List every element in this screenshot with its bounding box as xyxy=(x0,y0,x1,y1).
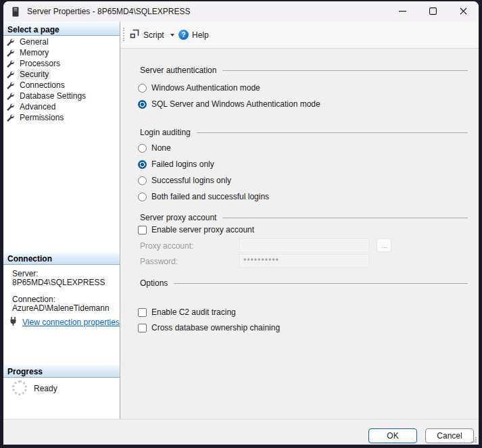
view-connection-properties-link[interactable]: View connection properties xyxy=(22,318,120,327)
help-button[interactable]: ? Help xyxy=(176,27,212,43)
maximize-button[interactable] xyxy=(418,1,448,22)
browse-button: ... xyxy=(377,239,391,252)
server-proxy-account-group: Server proxy account xyxy=(140,212,468,222)
checkbox-icon xyxy=(138,324,147,332)
password-input xyxy=(240,255,368,267)
group-rule xyxy=(222,218,468,218)
radio-label: None xyxy=(151,143,171,153)
chevron-down-icon xyxy=(170,34,174,36)
radio-icon xyxy=(138,84,147,93)
cancel-button[interactable]: Cancel xyxy=(425,428,474,443)
sidebar-item-connections[interactable]: Connections xyxy=(6,80,67,91)
group-rule xyxy=(222,70,468,71)
toolbar: Script ? Help xyxy=(120,22,479,48)
sidebar-item-label: General xyxy=(18,36,51,47)
sidebar-item-database-settings[interactable]: Database Settings xyxy=(6,91,88,101)
connection-label: Connection: xyxy=(12,295,55,304)
sidebar-item-label: Database Settings xyxy=(18,91,88,101)
checkbox-cross-database-ownership-chaining[interactable]: Cross database ownership chaining xyxy=(138,322,280,333)
script-label: Script xyxy=(143,30,164,40)
checkbox-label: Enable C2 audit tracing xyxy=(151,307,236,317)
sidebar-item-label: Memory xyxy=(18,47,51,58)
sidebar-item-memory[interactable]: Memory xyxy=(6,47,51,58)
wrench-icon xyxy=(6,70,14,78)
checkbox-icon xyxy=(138,308,147,317)
progress-status: Ready xyxy=(34,384,57,393)
wrench-icon xyxy=(6,103,14,111)
connection-header: Connection xyxy=(3,252,120,265)
radio-icon-checked xyxy=(138,160,147,169)
wrench-icon xyxy=(6,92,14,100)
dialog-body: Select a page General Memory Processors … xyxy=(3,22,479,419)
wrench-icon xyxy=(6,49,14,57)
close-button[interactable] xyxy=(448,1,479,22)
radio-label: SQL Server and Windows Authentication mo… xyxy=(151,99,320,109)
group-title: Options xyxy=(140,278,168,288)
wrench-icon xyxy=(6,81,14,89)
group-title: Server authentication xyxy=(140,66,216,75)
sidebar-item-security[interactable]: Security xyxy=(6,69,51,80)
radio-sql-and-windows-authentication-mode[interactable]: SQL Server and Windows Authentication mo… xyxy=(138,99,320,109)
radio-label: Successful logins only xyxy=(151,176,231,185)
sidebar-item-permissions[interactable]: Permissions xyxy=(6,112,66,123)
group-rule xyxy=(174,283,468,284)
server-value: 8P65MD4\SQLEXPRESS xyxy=(12,278,105,287)
minimize-button[interactable] xyxy=(387,1,418,22)
radio-icon xyxy=(138,176,147,185)
window-title: Server Properties - 8P65MD4\SQLEXPRESS xyxy=(27,7,190,16)
view-connection-properties-row: View connection properties xyxy=(9,316,120,328)
radio-none[interactable]: None xyxy=(138,143,171,153)
sidebar-item-label: Permissions xyxy=(18,112,66,123)
server-properties-window: Server Properties - 8P65MD4\SQLEXPRESS S… xyxy=(3,1,479,445)
script-icon xyxy=(129,28,140,41)
sidebar-item-label: Security xyxy=(18,69,51,80)
sidebar-item-label: Connections xyxy=(18,80,67,91)
wrench-icon xyxy=(6,59,14,68)
radio-icon xyxy=(138,193,147,201)
help-question-icon: ? xyxy=(178,30,189,40)
select-a-page-header: Select a page xyxy=(3,23,120,36)
titlebar[interactable]: Server Properties - 8P65MD4\SQLEXPRESS xyxy=(3,1,479,22)
wrench-icon xyxy=(6,114,14,122)
checkbox-label: Enable server proxy account xyxy=(151,225,254,234)
checkbox-icon xyxy=(138,226,147,234)
radio-windows-authentication-mode[interactable]: Windows Authentication mode xyxy=(138,82,260,93)
proxy-account-row: Proxy account: ... xyxy=(120,239,479,253)
window-controls xyxy=(387,1,479,22)
script-button[interactable]: Script xyxy=(126,27,177,43)
progress-header: Progress xyxy=(3,365,120,378)
ok-button[interactable]: OK xyxy=(368,428,417,443)
radio-successful-logins-only[interactable]: Successful logins only xyxy=(138,175,231,186)
checkbox-enable-server-proxy-account[interactable]: Enable server proxy account xyxy=(138,224,254,235)
maximize-icon xyxy=(429,7,437,17)
proxy-account-label: Proxy account: xyxy=(140,241,193,251)
radio-icon xyxy=(138,144,147,153)
wrench-icon xyxy=(6,38,14,46)
password-label: Password: xyxy=(140,257,178,266)
radio-both-failed-and-successful-logins[interactable]: Both failed and successful logins xyxy=(138,191,269,202)
group-title: Login auditing xyxy=(140,128,191,137)
resize-grip[interactable] xyxy=(470,436,477,443)
server-authentication-group: Server authentication xyxy=(140,65,468,75)
sidebar-item-processors[interactable]: Processors xyxy=(6,58,62,69)
plug-icon xyxy=(9,316,18,328)
minimize-icon xyxy=(399,7,406,17)
sidebar-item-label: Advanced xyxy=(18,101,57,112)
sidebar-item-general[interactable]: General xyxy=(6,36,51,47)
checkbox-enable-c2-audit-tracing[interactable]: Enable C2 audit tracing xyxy=(138,307,236,318)
security-page-content: Server authentication Windows Authentica… xyxy=(120,48,479,419)
radio-label: Windows Authentication mode xyxy=(151,83,260,93)
password-row: Password: xyxy=(120,255,479,268)
footer: OK Cancel xyxy=(3,419,479,445)
sidebar-item-advanced[interactable]: Advanced xyxy=(6,101,57,112)
options-group: Options xyxy=(140,278,468,288)
sidebar-item-label: Processors xyxy=(18,58,62,69)
group-rule xyxy=(197,132,468,133)
main-area: Script ? Help Server authentication Wind… xyxy=(120,22,479,419)
help-label: Help xyxy=(192,30,209,40)
connection-value: AzureAD\MaleneTidemann xyxy=(12,303,110,313)
radio-icon-checked xyxy=(138,100,147,109)
toolbar-grip[interactable] xyxy=(123,28,124,41)
radio-failed-logins-only[interactable]: Failed logins only xyxy=(138,159,214,170)
radio-label: Failed logins only xyxy=(151,159,214,169)
